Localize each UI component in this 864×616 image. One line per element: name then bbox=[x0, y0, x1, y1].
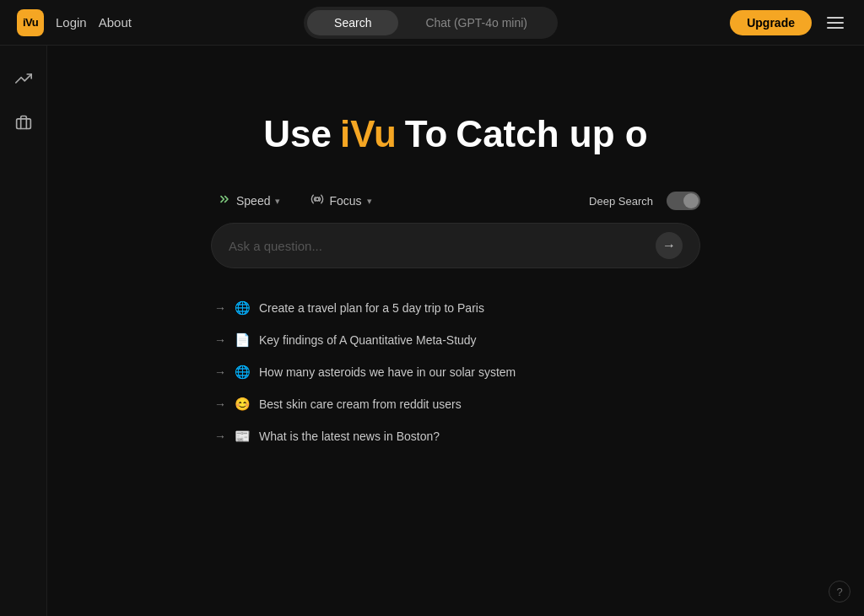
suggestion-item[interactable]: → 📰 What is the latest news in Boston? bbox=[211, 420, 700, 452]
suggestions-list: → 🌐 Create a travel plan for a 5 day tri… bbox=[211, 292, 700, 452]
tab-search[interactable]: Search bbox=[307, 10, 398, 35]
suggestion-arrow-icon: → bbox=[214, 365, 226, 379]
suggestion-item[interactable]: → 🌐 Create a travel plan for a 5 day tri… bbox=[211, 292, 700, 324]
hamburger-menu-icon[interactable] bbox=[824, 14, 847, 32]
header-left: iVu Login About bbox=[17, 9, 132, 36]
focus-label: Focus bbox=[329, 194, 361, 208]
logo-text: iVu bbox=[23, 16, 38, 29]
suggestion-text: How many asteroids we have in our solar … bbox=[259, 365, 516, 379]
sidebar-icon-briefcase[interactable] bbox=[8, 106, 40, 138]
upgrade-button[interactable]: Upgrade bbox=[730, 10, 812, 35]
logo[interactable]: iVu bbox=[17, 9, 44, 36]
focus-icon bbox=[310, 192, 324, 209]
help-label: ? bbox=[836, 586, 842, 598]
sidebar bbox=[0, 46, 47, 616]
headline: Use iVu To Catch up o bbox=[263, 113, 647, 155]
suggestion-type-icon: 😊 bbox=[235, 397, 251, 412]
nav-about[interactable]: About bbox=[99, 15, 132, 30]
svg-point-1 bbox=[316, 197, 319, 201]
main-content: Use iVu To Catch up o Speed ▾ bbox=[47, 46, 864, 616]
suggestion-type-icon: 🌐 bbox=[235, 365, 251, 380]
help-icon[interactable]: ? bbox=[829, 581, 850, 602]
search-bar: → bbox=[211, 223, 700, 268]
headline-brand: iVu bbox=[340, 113, 397, 155]
svg-rect-0 bbox=[16, 119, 30, 129]
suggestion-text: Best skin care cream from reddit users bbox=[259, 397, 462, 411]
suggestion-text: What is the latest news in Boston? bbox=[259, 430, 440, 443]
header-right: Upgrade bbox=[730, 10, 847, 35]
nav-login[interactable]: Login bbox=[56, 15, 87, 30]
suggestion-type-icon: 📰 bbox=[235, 429, 251, 444]
focus-chevron: ▾ bbox=[367, 196, 372, 207]
headline-use: Use bbox=[263, 113, 332, 155]
deep-search-toggle[interactable] bbox=[667, 192, 700, 210]
suggestion-item[interactable]: → 😊 Best skin care cream from reddit use… bbox=[211, 388, 700, 420]
deep-search-control: Deep Search bbox=[589, 192, 700, 210]
suggestion-type-icon: 📄 bbox=[235, 332, 251, 348]
speed-button[interactable]: Speed ▾ bbox=[211, 189, 287, 213]
suggestion-arrow-icon: → bbox=[214, 301, 226, 315]
suggestion-arrow-icon: → bbox=[214, 333, 226, 347]
focus-button[interactable]: Focus ▾ bbox=[304, 189, 378, 213]
tab-group: Search Chat (GPT-4o mini) bbox=[304, 7, 558, 39]
suggestion-item[interactable]: → 🌐 How many asteroids we have in our so… bbox=[211, 356, 700, 388]
header: iVu Login About Search Chat (GPT-4o mini… bbox=[0, 0, 864, 46]
speed-label: Speed bbox=[236, 194, 270, 208]
speed-chevron: ▾ bbox=[275, 196, 280, 207]
controls-bar: Speed ▾ Focus ▾ Deep Search bbox=[211, 189, 700, 213]
suggestion-item[interactable]: → 📄 Key findings of A Quantitative Meta-… bbox=[211, 324, 700, 356]
search-submit-button[interactable]: → bbox=[656, 232, 683, 259]
speed-icon bbox=[218, 192, 231, 209]
suggestion-text: Create a travel plan for a 5 day trip to… bbox=[259, 301, 484, 315]
controls-left: Speed ▾ Focus ▾ bbox=[211, 189, 379, 213]
suggestion-text: Key findings of A Quantitative Meta-Stud… bbox=[259, 333, 477, 347]
deep-search-label: Deep Search bbox=[589, 195, 653, 208]
sidebar-icon-trending[interactable] bbox=[8, 62, 40, 95]
search-input[interactable] bbox=[229, 239, 656, 253]
tab-chat[interactable]: Chat (GPT-4o mini) bbox=[398, 10, 554, 35]
suggestion-arrow-icon: → bbox=[214, 430, 226, 443]
headline-catchup: Catch up o bbox=[456, 113, 647, 155]
suggestion-arrow-icon: → bbox=[214, 397, 226, 411]
suggestion-type-icon: 🌐 bbox=[235, 300, 251, 316]
headline-to: To bbox=[405, 113, 448, 155]
